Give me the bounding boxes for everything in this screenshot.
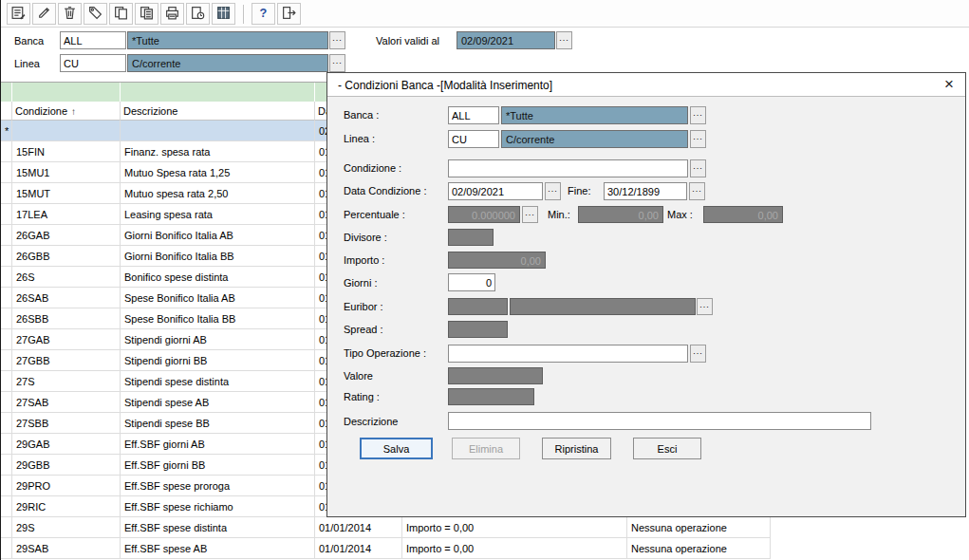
ripristina-button[interactable]: Ripristina	[542, 438, 611, 459]
grid-cell-desc: Eff.SBF giorni BB	[121, 455, 315, 476]
exit-icon	[281, 5, 297, 24]
grid-cell-desc: Stipendi spese distinta	[121, 371, 315, 392]
grid-cell-desc: Finanz. spesa rata	[121, 141, 315, 162]
dialog-titlebar: - Condizioni Banca -[Modalità Inseriment…	[327, 73, 965, 97]
calc-table-button[interactable]	[212, 3, 235, 25]
dlg-descrizione-input[interactable]	[448, 412, 871, 430]
grid-cell-cond: 15FIN	[12, 141, 121, 162]
grid-cell-marker	[1, 434, 12, 455]
dlg-tipo-operazione-browse-button[interactable]: ...	[690, 345, 706, 363]
banca-code-input[interactable]	[60, 31, 126, 49]
print-button[interactable]	[160, 3, 184, 25]
grid-cell-desc: Eff.SBF spese distinta	[121, 517, 315, 538]
help-button[interactable]: ?	[252, 3, 275, 25]
grid-cell-desc: Spese Bonifico Italia AB	[121, 288, 315, 308]
dlg-fine-browse-button[interactable]: ...	[689, 182, 705, 200]
grid-cell-cond: 29S	[12, 517, 121, 538]
grid-cell-desc: Eff.SBF spese proroga	[121, 476, 315, 496]
grid-cell-cond: 17LEA	[12, 204, 121, 225]
grid-cell-operazione: Nessuna operazione	[627, 538, 771, 559]
dlg-giorni-label: Giorni :	[344, 277, 377, 289]
grid-row[interactable]: 29SEff.SBF spese distinta01/01/2014Impor…	[1, 517, 771, 538]
esci-button[interactable]: Esci	[633, 438, 701, 459]
grid-cell-operazione: Nessuna operazione	[627, 517, 771, 538]
dlg-percentuale-browse-button[interactable]: ...	[522, 206, 538, 223]
dlg-euribor-browse-button[interactable]: ...	[697, 298, 713, 315]
dlg-tipo-operazione-label: Tipo Operazione :	[344, 347, 426, 359]
grid-cell-desc: Eff.SBF spese richiamo	[121, 496, 315, 517]
dialog-close-button[interactable]: ×	[939, 74, 960, 95]
grid-header-condizione[interactable]: Condizione↑	[12, 102, 121, 121]
grid-row[interactable]: 29SABEff.SBF spese AB01/01/2014Importo =…	[1, 538, 771, 559]
grid-cell-cond: 29PRO	[12, 476, 121, 496]
grid-cell-marker	[1, 288, 12, 308]
grid-cell-desc: Stipendi spese AB	[121, 392, 315, 413]
dlg-data-browse-button[interactable]: ...	[545, 182, 561, 200]
grid-header-marker	[1, 102, 12, 121]
grid-cell-importo: Importo = 0,00	[402, 538, 627, 559]
tag-icon	[87, 5, 103, 24]
dlg-valore-label: Valore	[344, 370, 373, 382]
dlg-banca-code-input[interactable]	[448, 106, 499, 124]
dlg-linea-desc-field: C/corrente	[501, 130, 688, 148]
delete-icon	[62, 5, 78, 24]
records-button[interactable]	[7, 3, 30, 25]
dlg-linea-browse-button[interactable]: ...	[690, 130, 706, 148]
grid-cell-desc: Eff.SBF giorni AB	[121, 434, 315, 455]
dlg-linea-label: Linea :	[344, 133, 375, 144]
dlg-tipo-operazione-input[interactable]	[448, 345, 688, 363]
grid-cell-cond: 26SAB	[12, 288, 121, 308]
edit-icon	[36, 5, 52, 24]
print-preview-button[interactable]	[186, 3, 210, 25]
grid-header-descrizione[interactable]: Descrizione	[121, 102, 315, 121]
copy-button[interactable]	[109, 3, 133, 25]
valori-browse-button[interactable]: ...	[556, 31, 572, 49]
dlg-importo-field: 0,00	[448, 252, 546, 269]
dlg-divisore-field	[448, 229, 494, 246]
dlg-data-condizione-label: Data Condizione :	[344, 185, 426, 196]
dlg-banca-browse-button[interactable]: ...	[690, 106, 706, 124]
condizioni-banca-dialog: - Condizioni Banca -[Modalità Inseriment…	[326, 72, 966, 517]
grid-cell-marker	[1, 350, 12, 371]
linea-filter-label: Linea	[14, 58, 40, 69]
grid-cell-cond: 15MU1	[12, 162, 121, 183]
salva-button[interactable]: Salva	[360, 438, 433, 459]
dlg-spread-label: Spread :	[344, 324, 383, 335]
grid-cell-desc: Giorni Bonifico Italia AB	[121, 225, 315, 246]
edit-button[interactable]	[32, 3, 56, 25]
duplicate-button[interactable]	[135, 3, 158, 25]
app-window: { "colors": { "field_teal": "#7EA3B8", "…	[0, 0, 969, 560]
dlg-min-field: 0,00	[578, 206, 663, 223]
valori-validi-field: 02/09/2021	[457, 31, 555, 49]
grid-cell-desc: Bonifico spese distinta	[121, 267, 315, 288]
exit-button[interactable]	[277, 3, 301, 25]
grid-cell-cond: 26GAB	[12, 225, 121, 246]
dlg-condizione-label: Condizione :	[344, 162, 401, 174]
grid-cell-cond: 29RIC	[12, 496, 121, 517]
delete-button[interactable]	[58, 3, 82, 25]
grid-cell-cond: 15MUT	[12, 183, 121, 204]
grid-cell-marker	[1, 392, 12, 413]
dlg-banca-label: Banca :	[344, 109, 379, 121]
grid-band-cell	[12, 83, 121, 102]
dlg-data-condizione-input[interactable]	[448, 182, 543, 200]
dlg-valore-field	[448, 367, 543, 384]
banca-browse-button[interactable]: ...	[329, 31, 345, 49]
grid-cell-marker	[1, 413, 12, 434]
linea-browse-button[interactable]: ...	[329, 54, 345, 72]
grid-cell-marker	[1, 246, 12, 267]
dlg-min-label: Min.:	[548, 209, 570, 220]
grid-cell-cond	[12, 121, 121, 141]
grid-cell-marker	[1, 496, 12, 517]
tag-button[interactable]	[84, 3, 107, 25]
linea-code-input[interactable]	[60, 54, 126, 72]
grid-cell-importo: Importo = 0,00	[402, 517, 627, 538]
svg-text:?: ?	[260, 6, 268, 20]
dlg-percentuale-label: Percentuale :	[344, 209, 405, 220]
dlg-condizione-input[interactable]	[448, 159, 688, 177]
dlg-linea-code-input[interactable]	[448, 130, 499, 148]
dlg-fine-input[interactable]	[604, 182, 687, 200]
dlg-divisore-label: Divisore :	[344, 232, 387, 243]
dlg-condizione-browse-button[interactable]: ...	[690, 159, 706, 177]
dlg-giorni-input[interactable]	[448, 273, 495, 291]
